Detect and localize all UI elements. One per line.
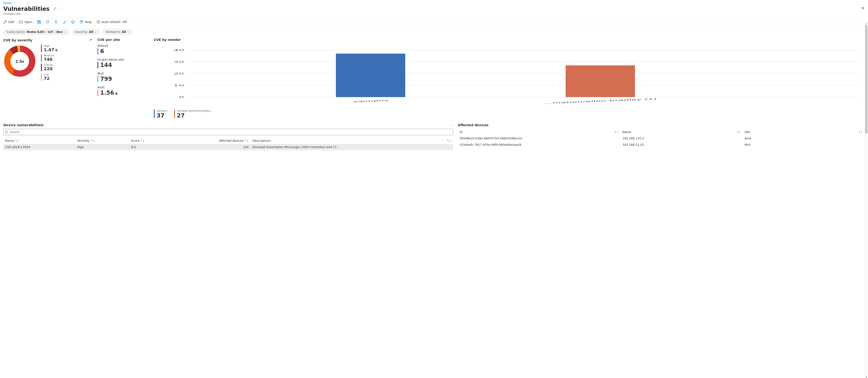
vendor-legend-item[interactable]: siemens37 [154,109,167,119]
svg-text:0: 0 [179,96,184,99]
sort-icon: ↑↓ [737,131,741,134]
cell-score: 8.6 [129,144,183,150]
panel-affected-devices: Affected devices ID↑↓ Name↑↓ Site↑↓ 00e0… [458,123,865,150]
site-item[interactable]: Amit1.56 K [97,85,149,96]
site-name: ot-gtm-demo-site [97,58,149,61]
filter-sitename[interactable]: SiteName: All⌄ [102,29,133,35]
svg-text:siemens: siemens [352,99,389,103]
legend-item[interactable]: Medium746 [41,54,58,62]
svg-rect-17 [336,54,405,97]
legend-value: 37 [157,112,167,119]
legend-item[interactable]: High1.47 K [41,45,58,53]
col-name[interactable]: Name↑↓ [3,138,75,144]
chevron-right-icon: › [13,1,14,5]
sort-icon: ↑↓ [140,139,145,142]
more-icon[interactable]: ··· [450,124,453,127]
cell-site: Muli [743,141,865,148]
open-button[interactable]: Open [19,20,32,24]
filter-subscription[interactable]: Subscription: Rome ILDC - IoT - Dev⌄ [3,29,69,35]
cell-name: CVE-2018-17924 [3,144,75,150]
site-swatch [97,90,98,96]
feedback-icon[interactable] [71,20,75,24]
site-item[interactable]: Muli799 [97,72,149,82]
toolbar: Edit Open Help Auto refresh: Off [0,18,868,26]
undo-icon[interactable]: ↶ [90,38,93,42]
legend-swatch [41,45,42,52]
col-dname[interactable]: Name↑↓ [621,129,743,135]
site-value: 799 [100,76,112,82]
site-value: 1.56 K [100,90,118,96]
legend-value: 72 [44,76,50,81]
legend-label: Critical [44,64,53,66]
legend-item[interactable]: Critical220 [41,64,58,71]
cell-sev: High [75,144,129,150]
sort-icon: ↑↓ [859,131,863,134]
legend-label: Medium [44,54,54,57]
panel-cve-vendor: CVE by vendor 40 30 20 10 0 [154,38,865,119]
svg-text:20: 20 [173,72,184,75]
col-affected[interactable]: Affected devices↑↓ [183,138,251,144]
scrollbar-thumb[interactable] [865,25,868,134]
site-swatch [97,48,98,55]
breadcrumb-home[interactable]: Home [3,1,11,5]
auto-refresh-toggle[interactable]: Auto refresh: Off [96,20,127,24]
site-item[interactable]: default6 [97,44,149,55]
refresh-icon[interactable] [45,20,50,24]
edit-button[interactable]: Edit [3,20,14,24]
table-row[interactable]: 01bdeafc-7817-455e-96f4-960e46e4aac8192.… [458,141,865,148]
table-row[interactable]: CVE-2018-17924High8.6102Rockwell Automat… [3,144,453,150]
legend-value: 27 [177,112,213,119]
panel-cve-severity: CVE by severity ↶ 2.5K High1.47 KMedium7… [3,38,93,119]
site-item[interactable]: ot-gtm-demo-site144 [97,58,149,68]
col-description[interactable]: Descriptsion↑↓ [251,138,453,144]
cell-dname: 192.168.110.2 [621,135,743,141]
site-value: 144 [100,62,112,68]
site-value: 6 [100,48,104,55]
save-icon[interactable] [37,20,41,24]
more-icon[interactable]: ··· [60,7,63,11]
vendor-bar-chart[interactable]: 40 30 20 10 0 siemens ...mation/allen-br… [154,44,865,105]
site-name: default [97,44,149,47]
page-title: Vulnerabilities [3,6,50,12]
help-button[interactable]: Help [80,20,92,24]
pin-toolbar-icon[interactable] [63,20,66,24]
site-name: Muli [97,72,149,75]
page-subtitle: Contoso Ltd. [0,12,868,18]
cell-desc: Rockwell Automation MicroLogix 1400 Cont… [251,144,453,150]
site-name: Amit [97,85,149,89]
legend-value: 220 [44,66,53,71]
search-input[interactable] [3,129,453,135]
cell-site: Amit [743,135,865,141]
cell-aff: 102 [183,144,251,150]
chevron-down-icon: ⌄ [127,31,129,33]
panel-device-vulns: Device vulnerabiltieis ··· Name↑↓ Severi… [3,123,453,150]
scroll-up-icon[interactable]: ▲ [865,23,868,25]
svg-rect-18 [566,65,635,97]
filter-severity[interactable]: Severity: All⌄ [72,29,100,35]
legend-value: 1.47 K [44,47,58,53]
svg-text:40: 40 [173,49,184,51]
legend-item[interactable]: Low72 [41,73,58,81]
table-row[interactable]: 00e082c0-638a-480f-9754-56b035d6ec24192.… [458,135,865,141]
legend-swatch [41,64,42,71]
vendor-legend-item[interactable]: rockwell automation/allen...27 [174,109,213,119]
close-icon[interactable]: ✕ [861,6,865,10]
page-scrollbar[interactable]: ▲ ▼ [865,25,868,153]
svg-text:10: 10 [173,84,184,87]
svg-text:...mation/allen-bradley (1): ...mation/allen-bradley (1) [543,98,657,104]
legend-value: 746 [44,57,54,62]
chevron-down-icon: ⌄ [64,31,66,33]
col-id[interactable]: ID↑↓ [458,129,621,135]
severity-donut-chart[interactable]: 2.5K [3,45,36,78]
site-swatch [97,62,98,68]
share-icon[interactable] [54,20,58,24]
pin-icon[interactable] [53,7,57,11]
col-site[interactable]: Site↑↓ [743,129,865,135]
col-severity[interactable]: Severity↑↓ [75,138,129,144]
sort-icon: ↑↓ [244,139,249,142]
sort-icon: ↑↓ [614,131,619,134]
search-icon [5,130,8,134]
col-score[interactable]: Score↑↓ [129,138,183,144]
svg-point-21 [5,131,7,133]
chevron-down-icon: ⌄ [95,31,96,33]
